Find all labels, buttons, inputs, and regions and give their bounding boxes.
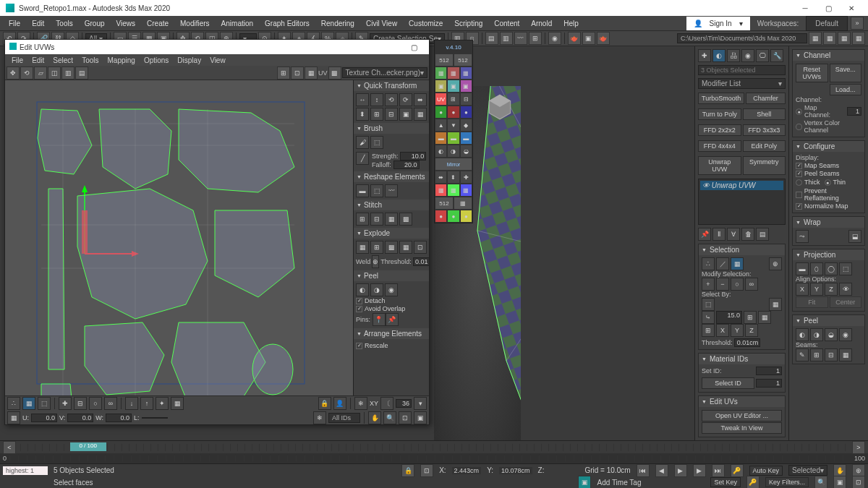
uvw-tool1-icon[interactable]: ✚ bbox=[59, 397, 72, 410]
subobj-edge-icon[interactable]: ／ bbox=[716, 257, 729, 270]
angle-spinner[interactable]: 36 bbox=[396, 399, 412, 408]
ex5-icon[interactable]: ⊡ bbox=[414, 241, 427, 254]
project-path-field[interactable]: C:\Users\Tim\Documents\3ds Max 2020 bbox=[677, 33, 807, 43]
ft-c2[interactable]: ⊞ bbox=[447, 93, 459, 106]
re2-icon[interactable]: ⬚ bbox=[370, 184, 383, 197]
ft-f1[interactable]: ▬ bbox=[435, 132, 447, 145]
time-playhead[interactable]: 0 / 100 bbox=[70, 442, 106, 451]
uvw-tool3-icon[interactable]: ○ bbox=[89, 397, 102, 410]
uvw-more-icon[interactable]: ▾ bbox=[414, 397, 427, 410]
key-mode-icon[interactable]: 🔑 bbox=[731, 464, 744, 477]
motion-tab-icon[interactable]: ◉ bbox=[741, 49, 754, 62]
hierarchy-panel-icon[interactable]: ▦ bbox=[838, 32, 851, 45]
brush-falloff-icon[interactable]: ╱ bbox=[356, 152, 369, 165]
rescale-check[interactable]: ✓ bbox=[356, 343, 362, 349]
qt2-icon[interactable]: ↕ bbox=[370, 93, 383, 106]
mod-shell-button[interactable]: Shell bbox=[743, 108, 786, 120]
uvw-tool2-icon[interactable]: ⊟ bbox=[74, 397, 87, 410]
close-button[interactable]: ✕ bbox=[841, 1, 862, 15]
prevent-flat-check[interactable] bbox=[796, 192, 802, 198]
uvw-menu-edit[interactable]: Edit bbox=[28, 56, 48, 65]
modify-tab-icon[interactable]: ◐ bbox=[712, 49, 726, 62]
render-prod-icon[interactable]: 🫖 bbox=[597, 32, 610, 45]
ft-b1[interactable]: ▣ bbox=[435, 80, 447, 93]
uvw-scale-icon[interactable]: ▱ bbox=[34, 67, 47, 80]
toggle-ribbon-icon[interactable]: ▥ bbox=[500, 32, 513, 45]
selectid-button[interactable]: Select ID bbox=[702, 377, 754, 389]
modifier-list-dropdown[interactable]: Modifier List▾ bbox=[698, 78, 786, 89]
uvw-so-vert-icon[interactable]: ∴ bbox=[7, 397, 20, 410]
maximize-button[interactable]: ▢ bbox=[817, 1, 839, 15]
ft-a2[interactable]: ▦ bbox=[447, 67, 459, 80]
track-area[interactable] bbox=[9, 455, 851, 461]
nav-max-icon[interactable]: ⊡ bbox=[852, 476, 865, 488]
brush-header[interactable]: ▼Brush bbox=[354, 123, 429, 134]
ft-512c[interactable]: 512 bbox=[435, 197, 454, 210]
re3-icon[interactable]: 〰 bbox=[385, 184, 398, 197]
pl2-icon[interactable]: ◑ bbox=[370, 283, 383, 296]
next-frame-icon[interactable]: ▶ bbox=[693, 464, 706, 477]
pin-stack-icon[interactable]: 📌 bbox=[698, 228, 711, 241]
menu-rendering[interactable]: Rendering bbox=[317, 18, 359, 29]
menu-group[interactable]: Group bbox=[80, 18, 109, 29]
peel3-icon[interactable]: ◒ bbox=[825, 328, 838, 341]
goto-end-icon[interactable]: ⏭ bbox=[712, 464, 725, 477]
pin2-icon[interactable]: 📌 bbox=[386, 313, 399, 326]
goto-start-icon[interactable]: ⏮ bbox=[637, 464, 650, 477]
uvw-texture-dropdown[interactable]: Texture Ch...ecker.png)▾ bbox=[342, 67, 427, 78]
uvw-tool4-icon[interactable]: ∞ bbox=[104, 397, 117, 410]
menu-views[interactable]: Views bbox=[112, 18, 140, 29]
channel-rollout-header[interactable]: ▼Channel bbox=[793, 50, 864, 61]
uvw-allids-dropdown[interactable]: All IDs bbox=[328, 413, 360, 423]
quick-transform-header[interactable]: ▼Quick Transform bbox=[354, 80, 429, 91]
autokey-button[interactable]: Auto Key bbox=[749, 466, 783, 476]
peel4-icon[interactable]: ◉ bbox=[839, 328, 852, 341]
subobj-face-icon[interactable]: ▦ bbox=[731, 257, 744, 270]
wrap-spline-icon[interactable]: ⤳ bbox=[796, 230, 809, 243]
workspace-more-icon[interactable]: » bbox=[851, 17, 864, 30]
uvw-pan-icon[interactable]: ✋ bbox=[368, 411, 381, 424]
keyfilter-icon[interactable]: 🔑 bbox=[746, 476, 760, 488]
ex3-icon[interactable]: ▩ bbox=[385, 241, 398, 254]
ft-b2[interactable]: ▣ bbox=[447, 80, 459, 93]
select-element-icon[interactable]: ⬚ bbox=[702, 298, 715, 311]
arrange-header[interactable]: ▼Arrange Elements bbox=[354, 328, 429, 339]
render-frame-icon[interactable]: ▣ bbox=[582, 32, 595, 45]
weld-icon[interactable]: ⊕ bbox=[372, 255, 379, 268]
ft-512d[interactable]: ▦ bbox=[454, 197, 472, 210]
ft-mirror[interactable]: Mirror bbox=[435, 158, 472, 171]
uvw-so-edge-icon[interactable]: ▦ bbox=[22, 397, 35, 410]
ft-e2[interactable]: ▼ bbox=[447, 119, 459, 132]
proj-box-icon[interactable]: ⬚ bbox=[839, 262, 852, 275]
sel-smooth-icon[interactable]: ⊞ bbox=[744, 311, 757, 324]
mod-chamfer-button[interactable]: Chamfer bbox=[746, 93, 786, 104]
menu-help[interactable]: Help bbox=[559, 18, 583, 29]
keymode-dropdown[interactable]: Selected▾ bbox=[788, 465, 827, 476]
ft-h1[interactable]: ⬌ bbox=[435, 171, 447, 184]
create-panel-icon[interactable]: ▦ bbox=[809, 32, 822, 45]
setkey-button[interactable]: Set Key bbox=[710, 477, 741, 487]
uvw-coord-icon[interactable]: ▦ bbox=[7, 411, 20, 424]
avoid-overlap-check[interactable]: ✓ bbox=[356, 306, 362, 312]
setid-spinner[interactable]: 1 bbox=[756, 367, 782, 375]
u-spinner[interactable]: 0.0 bbox=[31, 414, 57, 422]
normalize-check[interactable]: ✓ bbox=[796, 203, 802, 210]
detach-check[interactable]: ✓ bbox=[356, 298, 362, 304]
ex2-icon[interactable]: ⊞ bbox=[370, 241, 383, 254]
uvw-checker-icon[interactable]: ▩ bbox=[328, 67, 341, 80]
uvw-grid-icon[interactable]: ⊞ bbox=[277, 67, 290, 80]
proj-planar-icon[interactable]: ▬ bbox=[796, 262, 809, 275]
ft-h3[interactable]: ✚ bbox=[460, 171, 472, 184]
ft-c3[interactable]: ⊟ bbox=[460, 93, 472, 106]
remove-mod-icon[interactable]: 🗑 bbox=[741, 228, 754, 241]
brush-relax-icon[interactable]: ⬚ bbox=[370, 136, 383, 149]
menu-civilview[interactable]: Civil View bbox=[362, 18, 401, 29]
configure-rollout-header[interactable]: ▼Configure bbox=[793, 141, 864, 152]
menu-create[interactable]: Create bbox=[142, 18, 173, 29]
uvw-menu-mapping[interactable]: Mapping bbox=[104, 56, 139, 65]
ft-e3[interactable]: ◆ bbox=[460, 119, 472, 132]
qt5-icon[interactable]: ⬌ bbox=[414, 93, 427, 106]
st2-icon[interactable]: ⊟ bbox=[370, 213, 383, 226]
loop-icon[interactable]: ∞ bbox=[745, 278, 758, 291]
uvw-freeform-icon[interactable]: ◫ bbox=[48, 67, 61, 80]
